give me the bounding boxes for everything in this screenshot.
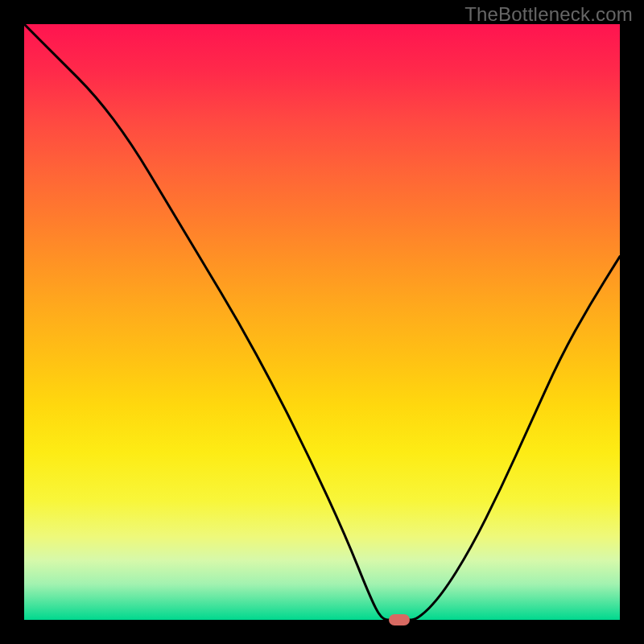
watermark-label: TheBottleneck.com xyxy=(464,3,633,26)
plot-area xyxy=(24,24,620,620)
chart-frame: TheBottleneck.com xyxy=(0,0,644,644)
chart-curve-svg xyxy=(24,24,620,620)
chart-curve xyxy=(24,24,620,620)
minimum-marker xyxy=(389,614,410,625)
